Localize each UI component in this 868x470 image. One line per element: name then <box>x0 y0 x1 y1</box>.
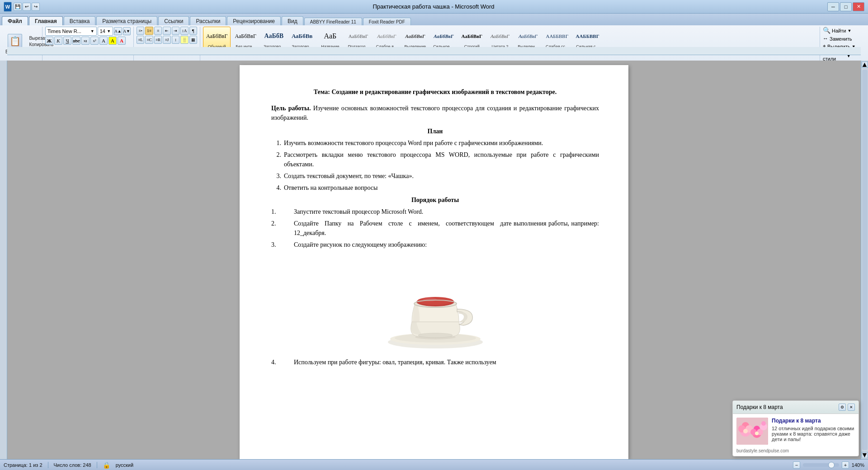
purpose-label: Цель работы. <box>271 105 311 112</box>
title-bar: W 💾 ↩ ↪ Практическая работа чашка - Micr… <box>0 0 868 14</box>
plan-item-4: 4. Ответить на контрольные вопросы <box>271 183 599 193</box>
bold-button[interactable]: Ж <box>45 37 53 45</box>
zoom-out-button[interactable]: − <box>793 461 800 469</box>
plan-item-3: 3. Создать текстовый документ, по теме: … <box>271 172 599 181</box>
tab-references[interactable]: Ссылки <box>158 16 189 25</box>
notif-close-button[interactable]: ✕ <box>848 404 855 411</box>
align-center-button[interactable]: ≡C <box>145 36 153 44</box>
tab-view[interactable]: Вид <box>282 16 303 25</box>
notif-url: burdastyle.sendpulse.com <box>736 448 789 453</box>
shading-button[interactable]: ░ <box>180 36 188 44</box>
scroll-down-button[interactable]: ▼ <box>862 452 868 458</box>
plan-title: План <box>271 127 599 136</box>
text-highlight-button[interactable]: А <box>108 37 117 45</box>
language: русский <box>116 462 133 468</box>
window-title: Практическая работа чашка - Microsoft Wo… <box>40 3 827 10</box>
ruler-left <box>0 61 7 459</box>
tab-insert[interactable]: Вставка <box>64 16 96 25</box>
tab-review[interactable]: Рецензирование <box>227 16 281 25</box>
word-icon: W <box>4 2 12 12</box>
flowers-svg <box>736 418 768 445</box>
find-button[interactable]: 🔍 Найти ▼ <box>823 27 856 34</box>
strikethrough-button[interactable]: аbc <box>72 37 80 45</box>
scroll-up-button[interactable]: ▲ <box>862 61 868 68</box>
purpose-text: Изучение основных возможностей текстовог… <box>271 105 599 121</box>
ruler-top <box>7 47 861 55</box>
increase-indent-button[interactable]: ⇥ <box>172 27 179 35</box>
status-bar: Страница: 1 из 2 Число слов: 248 🔒 русск… <box>0 459 868 470</box>
svg-point-15 <box>743 429 748 433</box>
paste-icon: 📋 <box>8 34 22 48</box>
tab-home[interactable]: Главная <box>29 16 63 25</box>
status-separator-1 <box>48 462 48 468</box>
increase-font-button[interactable]: A▲ <box>114 27 122 35</box>
procedure-item-1: 1. Запустите текстовый процессор Microso… <box>271 207 599 216</box>
svg-point-9 <box>418 333 453 338</box>
plan-item-2: 2. Рассмотреть вкладки меню текстового п… <box>271 150 599 169</box>
justify-button[interactable]: ≡J <box>163 36 170 44</box>
zoom-slider[interactable] <box>803 463 839 467</box>
bullets-button[interactable]: ≡• <box>137 27 144 35</box>
subscript-button[interactable]: x₂ <box>81 37 90 45</box>
scrollbar-right[interactable]: ▲ ▼ <box>861 61 868 459</box>
quick-access-undo[interactable]: ↩ <box>23 3 31 11</box>
procedure-item-4: 4. Используем при работе фигуры: овал, т… <box>271 358 599 367</box>
main-area: Тема: Создание и редактирование графичес… <box>0 61 868 459</box>
multilevel-list-button[interactable]: ≡ <box>154 27 162 35</box>
text-effects-button[interactable]: А <box>99 37 108 45</box>
ribbon-tabs: Файл Главная Вставка Разметка страницы С… <box>0 14 868 25</box>
zoom-in-button[interactable]: + <box>842 461 849 469</box>
document-title: Тема: Создание и редактирование графичес… <box>271 88 599 97</box>
font-name-box[interactable]: Times New R... ▼ <box>45 27 97 36</box>
sort-button[interactable]: ↕A <box>180 27 188 35</box>
svg-point-22 <box>761 421 766 426</box>
procedure-item-2: 2. Создайте Папку на Рабочем столе с име… <box>271 219 599 238</box>
quick-access-redo[interactable]: ↪ <box>32 3 40 11</box>
font-size-box[interactable]: 14 ▼ <box>98 27 113 36</box>
status-separator-2 <box>97 462 97 468</box>
notif-body-text: 12 отличных идей подарков своими руками … <box>772 426 855 442</box>
align-right-button[interactable]: ≡R <box>154 36 162 44</box>
underline-button[interactable]: Ч <box>63 37 71 45</box>
close-button[interactable]: ✕ <box>853 2 864 11</box>
align-left-button[interactable]: ≡L <box>137 36 144 44</box>
decrease-indent-button[interactable]: ⇤ <box>163 27 170 35</box>
zoom-level: 140% <box>852 462 864 468</box>
cup-illustration <box>271 258 599 349</box>
superscript-button[interactable]: x² <box>90 37 99 45</box>
replace-button[interactable]: ↔ Заменить <box>823 35 856 42</box>
zoom-thumb[interactable] <box>828 462 835 468</box>
document-page: Тема: Создание и редактирование графичес… <box>240 65 628 459</box>
purpose-paragraph: Цель работы. Изучение основных возможнос… <box>271 104 599 122</box>
tab-abbyy[interactable]: ABBYY FineReader 11 <box>304 18 362 25</box>
tab-foxit[interactable]: Foxit Reader PDF <box>363 18 411 25</box>
tab-mailings[interactable]: Рассылки <box>190 16 226 25</box>
document-wrapper[interactable]: Тема: Создание и редактирование графичес… <box>7 61 861 459</box>
notif-image <box>736 418 768 445</box>
plan-item-1: 1. Изучить возможности текстового процес… <box>271 139 599 148</box>
font-color-button[interactable]: А <box>118 37 126 45</box>
notif-heading: Подарки к 8 марта <box>772 418 855 424</box>
numbering-button[interactable]: 1≡ <box>145 27 153 35</box>
border-button[interactable]: ▦ <box>189 36 197 44</box>
minimize-button[interactable]: ─ <box>827 2 839 11</box>
line-spacing-button[interactable]: ↕ <box>172 36 179 44</box>
decrease-font-button[interactable]: A▼ <box>123 27 131 35</box>
word-count: Число слов: 248 <box>54 462 91 468</box>
svg-point-20 <box>755 432 759 435</box>
cup-svg <box>372 258 499 349</box>
notif-title: Подарки к 8 марта <box>736 404 783 410</box>
page-info: Страница: 1 из 2 <box>4 462 42 468</box>
maximize-button[interactable]: □ <box>840 2 852 11</box>
show-marks-button[interactable]: ¶ <box>189 27 197 35</box>
scroll-thumb[interactable] <box>862 70 868 450</box>
notification-popup: Подарки к 8 марта ⚙ ✕ <box>732 400 859 456</box>
tab-file[interactable]: Файл <box>2 16 28 25</box>
procedure-item-3: 3. Создайте рисунок по следующему изобра… <box>271 240 599 249</box>
tab-page-layout[interactable]: Разметка страницы <box>96 16 157 25</box>
italic-button[interactable]: К <box>54 37 62 45</box>
notif-settings-button[interactable]: ⚙ <box>839 404 846 411</box>
procedure-title: Порядок работы <box>271 196 599 205</box>
zoom-controls: − + 140% <box>793 461 864 469</box>
quick-access-save[interactable]: 💾 <box>14 3 22 11</box>
